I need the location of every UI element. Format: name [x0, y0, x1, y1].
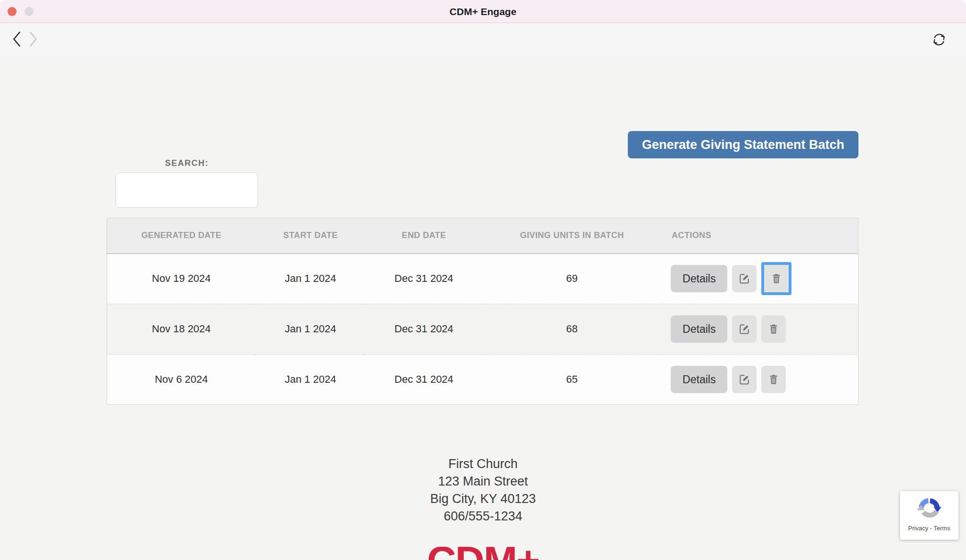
start-date-cell: Jan 1 2024 — [256, 354, 366, 405]
details-button[interactable]: Details — [671, 366, 727, 393]
cdm-logo-text: CDM+ — [427, 547, 539, 560]
giving-units-cell: 65 — [483, 354, 661, 405]
traffic-lights — [8, 0, 33, 23]
delete-button[interactable] — [764, 265, 789, 292]
church-street: 123 Main Street — [0, 473, 966, 490]
refresh-button[interactable] — [930, 31, 948, 50]
start-date-cell: Jan 1 2024 — [256, 304, 366, 354]
end-date-cell: Dec 31 2024 — [365, 304, 483, 354]
giving-statement-batches-table: GENERATED DATE START DATE END DATE GIVIN… — [107, 218, 858, 405]
search-input[interactable] — [116, 173, 258, 208]
edit-icon — [738, 272, 750, 285]
trash-icon — [768, 374, 779, 385]
app-window: CDM+ Engage — [0, 0, 966, 560]
back-button[interactable] — [13, 31, 21, 47]
edit-icon — [738, 373, 750, 386]
church-name: First Church — [0, 455, 966, 473]
cdm-logo: CDM+ — [0, 547, 966, 560]
end-date-cell: Dec 31 2024 — [365, 254, 483, 304]
recaptcha-icon — [916, 495, 942, 522]
trash-icon — [771, 273, 782, 284]
generate-giving-statement-batch-button[interactable]: Generate Giving Statement Batch — [628, 131, 858, 158]
edit-button[interactable] — [732, 315, 757, 343]
details-button[interactable]: Details — [671, 265, 727, 292]
table-row: Nov 6 2024 Jan 1 2024 Dec 31 2024 65 Det… — [107, 354, 858, 405]
window-minimize-button[interactable] — [25, 7, 33, 16]
giving-units-cell: 69 — [483, 254, 661, 304]
refresh-icon — [930, 31, 948, 49]
table-row: Nov 19 2024 Jan 1 2024 Dec 31 2024 69 De… — [107, 254, 858, 304]
title-bar: CDM+ Engage — [0, 0, 966, 23]
edit-button[interactable] — [732, 366, 757, 393]
church-city: Big City, KY 40123 — [0, 490, 966, 508]
generated-date-cell: Nov 18 2024 — [107, 304, 256, 354]
recaptcha-badge[interactable]: Privacy - Terms — [900, 491, 958, 540]
column-generated-date: GENERATED DATE — [107, 218, 256, 254]
back-chevron-icon — [13, 31, 21, 47]
delete-button[interactable] — [761, 315, 786, 343]
end-date-cell: Dec 31 2024 — [365, 354, 483, 405]
generated-date-cell: Nov 19 2024 — [107, 254, 256, 304]
generated-date-cell: Nov 6 2024 — [107, 354, 256, 405]
column-actions: ACTIONS — [661, 218, 858, 254]
delete-button-focus-ring — [761, 262, 791, 295]
church-info: First Church 123 Main Street Big City, K… — [0, 455, 966, 525]
edit-icon — [738, 323, 750, 335]
details-button[interactable]: Details — [671, 315, 727, 343]
search-label: SEARCH: — [116, 158, 258, 168]
start-date-cell: Jan 1 2024 — [256, 254, 366, 304]
trash-icon — [768, 323, 779, 335]
forward-button[interactable] — [29, 31, 37, 47]
giving-units-cell: 68 — [483, 304, 661, 354]
search-group: SEARCH: — [116, 158, 258, 208]
column-start-date: START DATE — [256, 218, 366, 254]
table-row: Nov 18 2024 Jan 1 2024 Dec 31 2024 68 De… — [107, 304, 858, 354]
church-phone: 606/555-1234 — [0, 508, 966, 525]
main-content: Generate Giving Statement Batch SEARCH: … — [0, 55, 966, 560]
column-giving-units: GIVING UNITS IN BATCH — [483, 218, 661, 254]
delete-button[interactable] — [761, 366, 786, 393]
forward-chevron-icon — [29, 31, 37, 47]
recaptcha-privacy-terms[interactable]: Privacy - Terms — [900, 525, 958, 532]
table-header-row: GENERATED DATE START DATE END DATE GIVIN… — [107, 218, 858, 254]
edit-button[interactable] — [732, 265, 757, 292]
column-end-date: END DATE — [365, 218, 483, 254]
window-title: CDM+ Engage — [0, 0, 966, 23]
window-close-button[interactable] — [8, 7, 17, 16]
navigation-toolbar — [0, 23, 966, 55]
